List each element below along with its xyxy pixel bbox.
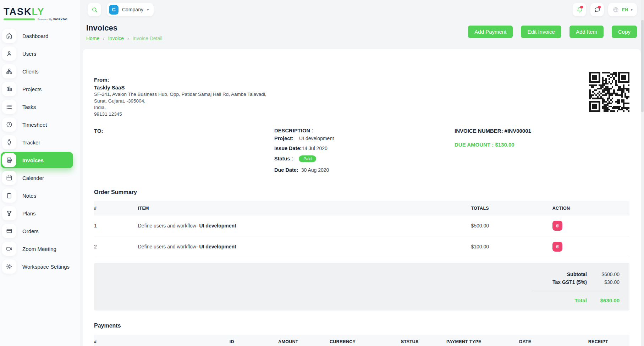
- page-actions: Add Payment Edit Invoice Add Item Copy: [468, 26, 637, 38]
- tax-value: $30.00: [590, 279, 620, 285]
- sidebar-item-projects[interactable]: Projects: [0, 81, 80, 97]
- invoice-description-block: DESCRIPTION : Project: UI development Is…: [274, 128, 455, 173]
- scrollbar-thumb[interactable]: [641, 20, 644, 112]
- sidebar-item-clients[interactable]: Clients: [0, 63, 80, 79]
- sidebar-item-label: Clients: [22, 68, 39, 75]
- sidebar-item-dashboard[interactable]: Dashboard: [0, 28, 80, 44]
- edit-invoice-button[interactable]: Edit Invoice: [521, 26, 561, 38]
- add-item-button[interactable]: Add Item: [569, 26, 604, 38]
- sidebar-item-tasks[interactable]: Tasks: [0, 99, 80, 115]
- invoice-number: INVOICE NUMBER: #INV00001: [455, 128, 629, 134]
- calendar-icon: [2, 171, 16, 185]
- brand-wordmark: TASKLY: [4, 7, 80, 17]
- sidebar-item-orders[interactable]: Orders: [0, 223, 80, 239]
- sidebar: TASKLY Powered By WORKDO˙ Dashboard User…: [0, 0, 80, 346]
- column-header-date: DATE: [519, 335, 588, 346]
- invoice-to-block: TO:: [94, 128, 274, 173]
- breadcrumb-current: Invoice Detail: [132, 35, 162, 41]
- messages-button[interactable]: [590, 3, 604, 16]
- subtotal-label: Subtotal: [567, 271, 587, 277]
- total-value: $630.00: [590, 297, 620, 303]
- org-chart-icon: [2, 64, 16, 78]
- invoice-detail-card: From: Taskly SaaS SF-241, Avalon The Bus…: [83, 49, 641, 346]
- powered-by-text: Powered By WORKDO˙: [38, 18, 68, 21]
- sidebar-item-workspace-settings[interactable]: Workspace Settings: [0, 258, 80, 275]
- sidebar-item-calender[interactable]: Calender: [0, 170, 80, 186]
- sidebar-item-label: Orders: [22, 228, 39, 234]
- add-payment-button[interactable]: Add Payment: [468, 26, 513, 38]
- app-root: TASKLY Powered By WORKDO˙ Dashboard User…: [0, 0, 644, 346]
- column-header-receipt: RECEIPT: [588, 335, 629, 346]
- sidebar-item-notes[interactable]: Notes: [0, 187, 80, 204]
- company-switcher[interactable]: C Company ▾: [107, 3, 154, 16]
- due-amount: DUE AMOUNT : $130.00: [455, 142, 629, 148]
- sidebar-item-tracker[interactable]: Tracker: [0, 134, 80, 150]
- from-address: SF-241, Avalon The Business Hub, Opp, Pa…: [94, 91, 266, 118]
- invoice-number-block: INVOICE NUMBER: #INV00001 DUE AMOUNT : $…: [455, 128, 629, 173]
- breadcrumb-invoice[interactable]: Invoice: [108, 35, 124, 41]
- search-button[interactable]: [88, 3, 101, 16]
- breadcrumb-home[interactable]: Home: [86, 35, 99, 41]
- order-summary-title: Order Summary: [94, 189, 629, 196]
- watch-icon: [2, 135, 16, 149]
- delete-item-button[interactable]: [552, 221, 562, 231]
- payments-table: # ID AMOUNT CURRENCY STATUS PAYMENT TYPE…: [94, 335, 629, 346]
- order-item: Define users and workflow- UI developmen…: [138, 236, 471, 257]
- language-selector[interactable]: EN ▾: [608, 3, 637, 16]
- trash-icon: [555, 223, 560, 228]
- gear-icon: [2, 259, 16, 274]
- credit-card-icon: [2, 224, 16, 238]
- printer-icon: [2, 153, 16, 167]
- logo-underline: [4, 18, 35, 20]
- status-badge: Paid: [299, 155, 316, 163]
- column-header-totals: TOTALS: [471, 201, 552, 215]
- sidebar-item-label: Invoices: [22, 157, 44, 163]
- columns-icon: [2, 82, 16, 96]
- clipboard-icon: [2, 188, 16, 203]
- to-label: TO:: [94, 128, 274, 134]
- sidebar-item-label: Workspace Settings: [22, 264, 70, 270]
- sidebar-item-label: Users: [22, 51, 36, 57]
- breadcrumb-separator: ›: [103, 36, 104, 41]
- order-item: Define users and workflow- UI developmen…: [138, 215, 471, 236]
- sidebar-item-label: Timesheet: [22, 122, 47, 128]
- order-row: 1 Define users and workflow- UI developm…: [94, 215, 629, 236]
- sidebar-item-label: Tracker: [22, 139, 40, 145]
- totals-summary-box: Subtotal $600.00 Tax GST1 (5%) $30.00 To…: [94, 263, 629, 311]
- breadcrumb: Home › Invoice › Invoice Detail: [86, 35, 162, 41]
- sidebar-item-plans[interactable]: Plans: [0, 205, 80, 221]
- page-header: Invoices Home › Invoice › Invoice Detail…: [80, 16, 644, 41]
- search-icon: [91, 6, 98, 13]
- company-avatar: C: [109, 5, 119, 15]
- sidebar-item-label: Tasks: [22, 104, 36, 110]
- video-camera-icon: [2, 242, 16, 256]
- payments-title: Payments: [94, 323, 629, 329]
- column-header-action: ACTION: [552, 201, 629, 215]
- sidebar-item-timesheet[interactable]: Timesheet: [0, 116, 80, 133]
- language-code: EN: [622, 7, 628, 12]
- column-header-item: ITEM: [138, 201, 471, 215]
- copy-button[interactable]: Copy: [612, 26, 637, 38]
- sidebar-item-label: Dashboard: [22, 33, 48, 39]
- invoice-from-block: From: Taskly SaaS SF-241, Avalon The Bus…: [94, 77, 266, 118]
- list-icon: [2, 100, 16, 114]
- order-summary-table: # ITEM TOTALS ACTION 1 Define users and …: [94, 201, 629, 257]
- due-date-label: Due Date:: [274, 167, 298, 173]
- notifications-button[interactable]: [573, 3, 586, 16]
- column-header-num: #: [94, 335, 230, 346]
- trophy-icon: [2, 206, 16, 220]
- home-icon: [2, 29, 16, 43]
- column-header-amount: AMOUNT: [278, 335, 330, 346]
- sidebar-item-label: Notes: [22, 193, 36, 199]
- total-label: Total: [574, 297, 587, 303]
- due-date-value: 30 Aug 2020: [301, 167, 329, 173]
- sidebar-item-zoom-meeting[interactable]: Zoom Meeting: [0, 241, 80, 257]
- order-num: 1: [94, 215, 138, 236]
- sidebar-item-label: Plans: [22, 210, 36, 216]
- delete-item-button[interactable]: [552, 242, 562, 252]
- sidebar-item-users[interactable]: Users: [0, 45, 80, 62]
- sidebar-item-invoices[interactable]: Invoices: [1, 152, 73, 168]
- chevron-down-icon: ▾: [147, 7, 149, 12]
- tax-label: Tax GST1 (5%): [552, 279, 587, 285]
- trash-icon: [555, 244, 560, 249]
